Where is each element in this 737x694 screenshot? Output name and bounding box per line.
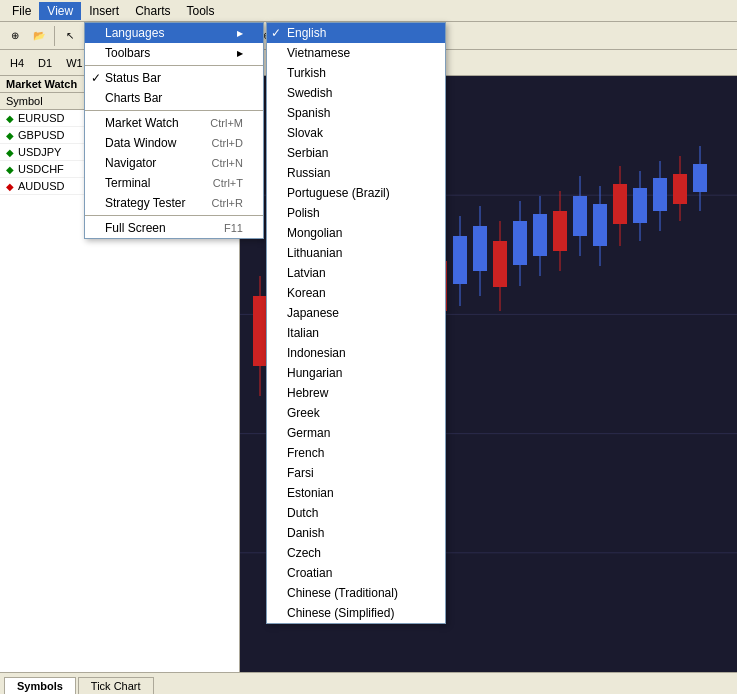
view-menu-datawindow[interactable]: Data Window Ctrl+D <box>85 133 263 153</box>
languages-submenu: ✓ English Vietnamese Turkish Swedish Spa… <box>266 22 446 624</box>
sep-2 <box>85 110 263 111</box>
menu-tools[interactable]: Tools <box>179 2 223 20</box>
lang-danish[interactable]: Danish <box>267 523 445 543</box>
lang-dutch[interactable]: Dutch <box>267 503 445 523</box>
sep-3 <box>85 215 263 216</box>
svg-rect-37 <box>573 196 587 236</box>
arrow-up-icon: ◆ <box>6 164 14 175</box>
lang-chinese-simplified[interactable]: Chinese (Simplified) <box>267 603 445 623</box>
arrow-up-icon: ◆ <box>6 130 14 141</box>
svg-rect-29 <box>493 241 507 287</box>
strategytester-shortcut: Ctrl+R <box>212 197 243 209</box>
cursor-btn[interactable]: ↖ <box>59 25 81 47</box>
lang-portuguese-brazil[interactable]: Portuguese (Brazil) <box>267 183 445 203</box>
svg-rect-41 <box>613 184 627 224</box>
navigator-shortcut: Ctrl+N <box>212 157 243 169</box>
svg-rect-27 <box>473 226 487 271</box>
lang-hungarian[interactable]: Hungarian <box>267 363 445 383</box>
view-menu-fullscreen[interactable]: Full Screen F11 <box>85 218 263 238</box>
svg-rect-49 <box>693 164 707 192</box>
lang-english[interactable]: ✓ English <box>267 23 445 43</box>
menu-view[interactable]: View <box>39 2 81 20</box>
view-menu-statusbar[interactable]: Status Bar <box>85 68 263 88</box>
open-btn[interactable]: 📂 <box>28 25 50 47</box>
lang-estonian[interactable]: Estonian <box>267 483 445 503</box>
lang-lithuanian[interactable]: Lithuanian <box>267 243 445 263</box>
menu-file[interactable]: File <box>4 2 39 20</box>
symbol-name: EURUSD <box>18 112 64 124</box>
fullscreen-label: Full Screen <box>105 221 166 235</box>
lang-czech[interactable]: Czech <box>267 543 445 563</box>
tab-symbols[interactable]: Symbols <box>4 677 76 694</box>
view-menu-marketwatch[interactable]: Market Watch Ctrl+M <box>85 113 263 133</box>
svg-rect-25 <box>453 236 467 284</box>
lang-french[interactable]: French <box>267 443 445 463</box>
lang-english-label: English <box>287 26 326 40</box>
lang-indonesian[interactable]: Indonesian <box>267 343 445 363</box>
lang-greek[interactable]: Greek <box>267 403 445 423</box>
main-window: File View Insert Charts Tools ⊕ 📂 ↖ ✛ 🔍 … <box>0 0 737 694</box>
symbol-name: USDJPY <box>18 146 61 158</box>
lang-latvian[interactable]: Latvian <box>267 263 445 283</box>
lang-chinese-traditional[interactable]: Chinese (Traditional) <box>267 583 445 603</box>
terminal-label: Terminal <box>105 176 150 190</box>
sep1 <box>54 26 55 46</box>
svg-rect-35 <box>553 211 567 251</box>
menu-insert[interactable]: Insert <box>81 2 127 20</box>
view-menu-strategytester[interactable]: Strategy Tester Ctrl+R <box>85 193 263 213</box>
arrow-down-icon: ◆ <box>6 181 14 192</box>
symbol-name: GBPUSD <box>18 129 64 141</box>
svg-rect-45 <box>653 178 667 211</box>
navigator-label: Navigator <box>105 156 156 170</box>
marketwatch-label: Market Watch <box>105 116 179 130</box>
arrow-up-icon: ◆ <box>6 113 14 124</box>
lang-japanese[interactable]: Japanese <box>267 303 445 323</box>
lang-croatian[interactable]: Croatian <box>267 563 445 583</box>
arrow-up-icon: ◆ <box>6 147 14 158</box>
menu-bar: File View Insert Charts Tools <box>0 0 737 22</box>
fullscreen-shortcut: F11 <box>224 222 243 234</box>
svg-rect-39 <box>593 204 607 246</box>
lang-polish[interactable]: Polish <box>267 203 445 223</box>
lang-mongolian[interactable]: Mongolian <box>267 223 445 243</box>
svg-rect-31 <box>513 221 527 265</box>
view-menu-chartsbar[interactable]: Charts Bar <box>85 88 263 108</box>
view-menu-toolbars[interactable]: Toolbars <box>85 43 263 63</box>
lang-german[interactable]: German <box>267 423 445 443</box>
view-menu-languages[interactable]: Languages <box>85 23 263 43</box>
lang-vietnamese[interactable]: Vietnamese <box>267 43 445 63</box>
lang-russian[interactable]: Russian <box>267 163 445 183</box>
svg-rect-5 <box>253 296 267 366</box>
view-menu-terminal[interactable]: Terminal Ctrl+T <box>85 173 263 193</box>
symbol-name: USDCHF <box>18 163 64 175</box>
lang-spanish[interactable]: Spanish <box>267 103 445 123</box>
lang-hebrew[interactable]: Hebrew <box>267 383 445 403</box>
terminal-shortcut: Ctrl+T <box>213 177 243 189</box>
new-chart-btn[interactable]: ⊕ <box>4 25 26 47</box>
tf-h4[interactable]: H4 <box>4 55 30 71</box>
bottom-tabs: Symbols Tick Chart <box>0 672 737 694</box>
strategytester-label: Strategy Tester <box>105 196 185 210</box>
lang-italian[interactable]: Italian <box>267 323 445 343</box>
lang-turkish[interactable]: Turkish <box>267 63 445 83</box>
datawindow-shortcut: Ctrl+D <box>212 137 243 149</box>
tab-tick-chart[interactable]: Tick Chart <box>78 677 154 694</box>
lang-farsi[interactable]: Farsi <box>267 463 445 483</box>
svg-rect-47 <box>673 174 687 204</box>
view-menu-dropdown: Languages Toolbars Status Bar Charts Bar… <box>84 22 264 239</box>
svg-rect-33 <box>533 214 547 256</box>
lang-slovak[interactable]: Slovak <box>267 123 445 143</box>
lang-swedish[interactable]: Swedish <box>267 83 445 103</box>
sep-1 <box>85 65 263 66</box>
view-menu-navigator[interactable]: Navigator Ctrl+N <box>85 153 263 173</box>
tf-d1[interactable]: D1 <box>32 55 58 71</box>
lang-korean[interactable]: Korean <box>267 283 445 303</box>
marketwatch-shortcut: Ctrl+M <box>210 117 243 129</box>
lang-serbian[interactable]: Serbian <box>267 143 445 163</box>
svg-rect-43 <box>633 188 647 223</box>
menu-charts[interactable]: Charts <box>127 2 178 20</box>
symbol-name: AUDUSD <box>18 180 64 192</box>
datawindow-label: Data Window <box>105 136 176 150</box>
